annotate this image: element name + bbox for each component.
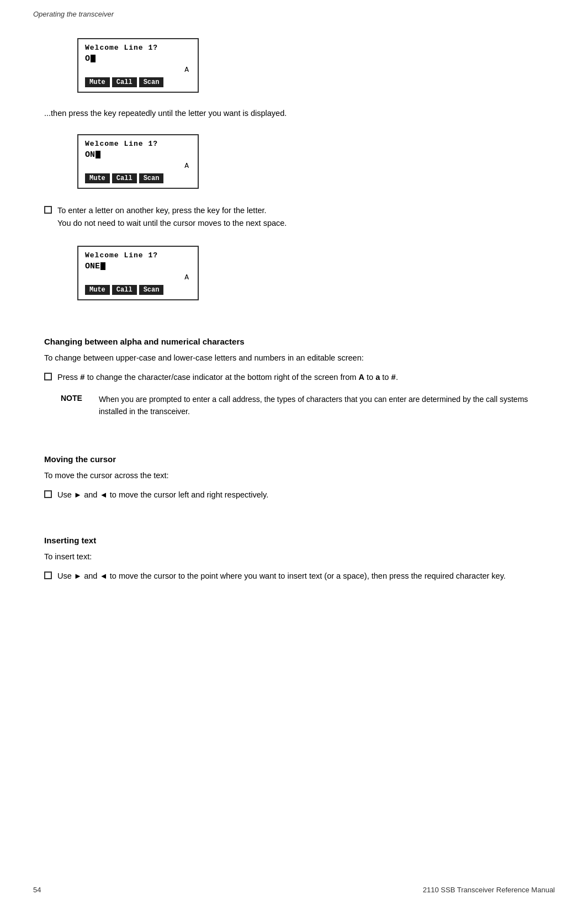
bullet-item-2: Press # to change the character/case ind… xyxy=(44,371,544,384)
section2-intro: To move the cursor across the text: xyxy=(44,469,544,482)
screen1-btn-call: Call xyxy=(112,77,137,87)
section1-intro: To change between upper-case and lower-c… xyxy=(44,352,544,364)
screen-display-1: Welcome Line 1? O A Mute Call Scan xyxy=(77,38,199,93)
page-number: 54 xyxy=(33,886,41,894)
screen2-btn-mute: Mute xyxy=(85,173,110,183)
bullet1-text: To enter a letter on another key, press … xyxy=(57,206,267,215)
bullet2-content: Press # to change the character/case ind… xyxy=(57,371,544,384)
section3-intro: To insert text: xyxy=(44,551,544,563)
screen-display-2: Welcome Line 1? ON A Mute Call Scan xyxy=(77,134,199,189)
bullet-item-1: To enter a letter on another key, press … xyxy=(44,204,544,230)
screen2-indicator: A xyxy=(85,162,191,170)
arrow-right-2: ► xyxy=(74,571,82,580)
screen1-indicator: A xyxy=(85,66,191,74)
screen1-value: O xyxy=(85,54,191,63)
bold-A: A xyxy=(358,373,364,382)
hash-symbol: # xyxy=(80,373,85,382)
press-key-text: ...then press the key repeatedly until t… xyxy=(44,107,544,120)
cursor-block-3 xyxy=(100,262,105,270)
screen1-title: Welcome Line 1? xyxy=(85,44,191,52)
bullet3-text: Use ► and ◄ to move the cursor left and … xyxy=(57,489,544,501)
screen2-btn-scan: Scan xyxy=(139,173,164,183)
screen1-buttons: Mute Call Scan xyxy=(85,77,191,87)
manual-title: 2110 SSB Transceiver Reference Manual xyxy=(423,886,555,894)
section2-heading: Moving the cursor xyxy=(44,454,544,464)
screen2-buttons: Mute Call Scan xyxy=(85,173,191,183)
screen3-title: Welcome Line 1? xyxy=(85,251,191,260)
checkbox-icon-1 xyxy=(44,206,52,214)
screen3-value: ONE xyxy=(85,262,191,271)
bullet-item-4: Use ► and ◄ to move the cursor to the po… xyxy=(44,570,544,583)
section3-heading: Inserting text xyxy=(44,536,544,545)
bold-a: a xyxy=(375,373,380,382)
screen3-indicator: A xyxy=(85,273,191,282)
screen2-value: ON xyxy=(85,150,191,160)
screen2-btn-call: Call xyxy=(112,173,137,183)
bold-hash: # xyxy=(391,373,396,382)
bullet4-text: Use ► and ◄ to move the cursor to the po… xyxy=(57,570,544,583)
cursor-block-2 xyxy=(96,151,100,158)
page-header: Operating the transceiver xyxy=(0,0,588,18)
bullet1-content: To enter a letter on another key, press … xyxy=(57,204,544,230)
screen3-btn-call: Call xyxy=(112,285,137,295)
note-label: NOTE xyxy=(61,393,82,403)
screen1-btn-mute: Mute xyxy=(85,77,110,87)
arrow-left-1: ◄ xyxy=(99,490,107,499)
header-text: Operating the transceiver xyxy=(33,10,114,18)
screen-display-3: Welcome Line 1? ONE A Mute Call Scan xyxy=(77,246,199,300)
checkbox-icon-2 xyxy=(44,373,52,380)
arrow-left-2: ◄ xyxy=(99,571,107,580)
note-block: NOTE When you are prompted to enter a ca… xyxy=(61,393,544,418)
screen1-btn-scan: Scan xyxy=(139,77,164,87)
screen2-title: Welcome Line 1? xyxy=(85,140,191,148)
bullet1-sub: You do not need to wait until the cursor… xyxy=(57,219,287,227)
screen3-buttons: Mute Call Scan xyxy=(85,285,191,295)
note-text: When you are prompted to enter a call ad… xyxy=(99,393,544,418)
bullet-item-3: Use ► and ◄ to move the cursor left and … xyxy=(44,489,544,501)
page-content: Welcome Line 1? O A Mute Call Scan ...th… xyxy=(0,18,588,611)
screen3-btn-scan: Scan xyxy=(139,285,164,295)
arrow-right-1: ► xyxy=(74,490,82,499)
checkbox-icon-3 xyxy=(44,490,52,498)
checkbox-icon-4 xyxy=(44,571,52,579)
section1-heading: Changing between alpha and numerical cha… xyxy=(44,337,544,346)
screen3-btn-mute: Mute xyxy=(85,285,110,295)
cursor-block xyxy=(91,55,96,62)
page-footer: 54 2110 SSB Transceiver Reference Manual xyxy=(0,886,588,894)
